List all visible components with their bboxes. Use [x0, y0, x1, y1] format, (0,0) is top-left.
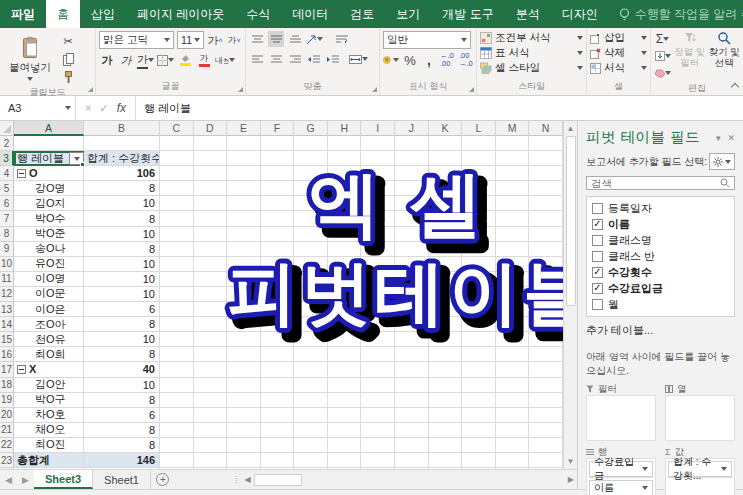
- cell-F14[interactable]: [261, 317, 295, 332]
- row-header-13[interactable]: 13: [0, 302, 14, 317]
- italic-button[interactable]: 가: [118, 52, 134, 68]
- cell-I9[interactable]: [361, 242, 395, 257]
- cell-C13[interactable]: [160, 302, 194, 317]
- cell-D16[interactable]: [194, 347, 228, 362]
- cell-B22[interactable]: 8: [84, 438, 160, 453]
- cell-H23[interactable]: [328, 453, 362, 468]
- number-format-select[interactable]: 일반: [383, 31, 471, 49]
- cell-D24[interactable]: [194, 468, 228, 469]
- vertical-scroll-thumb[interactable]: [566, 136, 576, 306]
- cell-F10[interactable]: [261, 257, 295, 272]
- cell-N24[interactable]: [529, 468, 563, 469]
- cell-E24[interactable]: [227, 468, 261, 469]
- find-select-button[interactable]: 찾기 및 선택: [709, 31, 741, 81]
- cell-K24[interactable]: [429, 468, 463, 469]
- cell-I19[interactable]: [361, 393, 395, 408]
- format-cells-button[interactable]: 서식: [590, 61, 647, 75]
- cell-H8[interactable]: [328, 227, 362, 242]
- cell-L21[interactable]: [462, 423, 496, 438]
- cell-N7[interactable]: [529, 211, 563, 226]
- cell-J23[interactable]: [395, 453, 429, 468]
- cell-L16[interactable]: [462, 347, 496, 362]
- cell-H10[interactable]: [328, 257, 362, 272]
- row-header-23[interactable]: 23: [0, 453, 14, 468]
- cell-C18[interactable]: [160, 378, 194, 393]
- cell-C17[interactable]: [160, 362, 194, 377]
- scroll-up-arrow[interactable]: ▲: [564, 121, 577, 136]
- cell-J11[interactable]: [395, 272, 429, 287]
- cell-K17[interactable]: [429, 362, 463, 377]
- cell-C8[interactable]: [160, 227, 194, 242]
- cell-D2[interactable]: [194, 136, 228, 151]
- cell-J20[interactable]: [395, 408, 429, 423]
- cell-J9[interactable]: [395, 242, 429, 257]
- cell-J22[interactable]: [395, 438, 429, 453]
- row-header-9[interactable]: 9: [0, 242, 14, 257]
- cell-B12[interactable]: 10: [84, 287, 160, 302]
- row-header-12[interactable]: 12: [0, 287, 14, 302]
- cell-L11[interactable]: [462, 272, 496, 287]
- cell-D21[interactable]: [194, 423, 228, 438]
- cell-I2[interactable]: [361, 136, 395, 151]
- cell-E22[interactable]: [227, 438, 261, 453]
- col-header-J[interactable]: J: [395, 121, 429, 136]
- cell-L23[interactable]: [462, 453, 496, 468]
- cell-B13[interactable]: 6: [84, 302, 160, 317]
- cell-B7[interactable]: 8: [84, 211, 160, 226]
- formula-input[interactable]: 행 레이블: [136, 96, 743, 120]
- cell-E4[interactable]: [227, 166, 261, 181]
- row-header-8[interactable]: 8: [0, 227, 14, 242]
- autosum-button[interactable]: Σ: [654, 31, 671, 47]
- cell-J6[interactable]: [395, 196, 429, 211]
- row-header-18[interactable]: 18: [0, 378, 14, 393]
- field-checkbox[interactable]: ✓: [592, 267, 603, 278]
- cell-L15[interactable]: [462, 332, 496, 347]
- cell-H3[interactable]: [328, 151, 362, 166]
- cell-C4[interactable]: [160, 166, 194, 181]
- cell-F16[interactable]: [261, 347, 295, 362]
- ribbon-tab-file[interactable]: 파일: [0, 0, 46, 28]
- cell-A9[interactable]: 송O나: [14, 242, 84, 257]
- cell-N11[interactable]: [529, 272, 563, 287]
- cell-B24[interactable]: [84, 468, 160, 469]
- cell-G6[interactable]: [294, 196, 328, 211]
- cell-L13[interactable]: [462, 302, 496, 317]
- cell-G24[interactable]: [294, 468, 328, 469]
- cell-C14[interactable]: [160, 317, 194, 332]
- cell-F19[interactable]: [261, 393, 295, 408]
- col-header-G[interactable]: G: [294, 121, 328, 136]
- increase-indent-button[interactable]: [325, 51, 341, 67]
- cell-D5[interactable]: [194, 181, 228, 196]
- col-header-A[interactable]: A: [14, 121, 84, 136]
- field-item-클래스명[interactable]: 클래스명: [592, 232, 729, 248]
- cell-H12[interactable]: [328, 287, 362, 302]
- field-item-클래스 반[interactable]: 클래스 반: [592, 248, 729, 264]
- cell-A3[interactable]: 행 레이블: [14, 151, 84, 166]
- cell-J8[interactable]: [395, 227, 429, 242]
- cell-L2[interactable]: [462, 136, 496, 151]
- cell-M9[interactable]: [496, 242, 530, 257]
- enter-entry-button[interactable]: ✓: [99, 102, 108, 115]
- cell-N19[interactable]: [529, 393, 563, 408]
- cell-F8[interactable]: [261, 227, 295, 242]
- decrease-indent-button[interactable]: [306, 51, 322, 67]
- cell-B20[interactable]: 6: [84, 408, 160, 423]
- clipboard-dialog-launcher[interactable]: [88, 87, 93, 92]
- cell-A10[interactable]: 유O진: [14, 257, 84, 272]
- cell-L7[interactable]: [462, 211, 496, 226]
- selection-fill-handle[interactable]: [80, 162, 85, 167]
- cell-N22[interactable]: [529, 438, 563, 453]
- cell-K14[interactable]: [429, 317, 463, 332]
- cell-A14[interactable]: 조O아: [14, 317, 84, 332]
- cell-I10[interactable]: [361, 257, 395, 272]
- cell-J13[interactable]: [395, 302, 429, 317]
- field-checkbox[interactable]: [592, 299, 603, 310]
- cell-C21[interactable]: [160, 423, 194, 438]
- cell-N2[interactable]: [529, 136, 563, 151]
- cell-B8[interactable]: 10: [84, 227, 160, 242]
- cell-K10[interactable]: [429, 257, 463, 272]
- cell-E3[interactable]: [227, 151, 261, 166]
- cell-A23[interactable]: 총합계: [14, 453, 84, 468]
- align-bottom-button[interactable]: [287, 31, 303, 47]
- cell-I20[interactable]: [361, 408, 395, 423]
